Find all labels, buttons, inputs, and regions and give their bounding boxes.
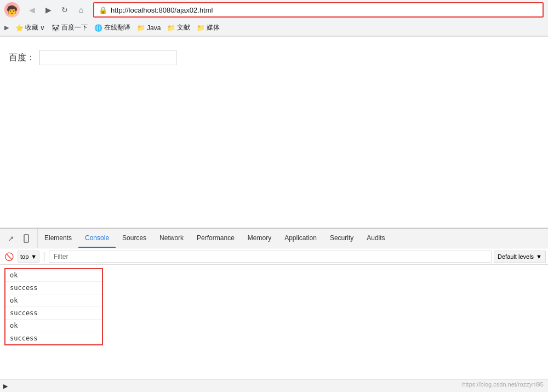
divider: |: [43, 251, 45, 262]
tab-network[interactable]: Network: [153, 229, 190, 248]
context-selector[interactable]: top ▼: [18, 251, 39, 263]
tab-application[interactable]: Application: [278, 229, 323, 248]
ssl-icon: 🔒: [99, 6, 107, 14]
bookmark-favorites[interactable]: ⭐ 收藏 ∨: [15, 23, 45, 32]
mobile-tool-button[interactable]: [20, 232, 33, 245]
console-prompt-icon: ▶: [3, 383, 8, 390]
url-text: http://localhost:8080/ajax02.html: [111, 6, 213, 14]
tab-elements[interactable]: Elements: [38, 229, 78, 248]
clear-console-button[interactable]: 🚫: [2, 250, 15, 263]
dropdown-arrow-icon: ▼: [31, 253, 37, 260]
tab-performance[interactable]: Performance: [190, 229, 241, 248]
bookmark-wenxian[interactable]: 📁 文献: [167, 23, 190, 32]
cursor-tool-button[interactable]: ↗: [4, 232, 18, 245]
console-line-4: success: [5, 307, 102, 320]
forward-button[interactable]: ▶: [41, 2, 56, 18]
tab-console[interactable]: Console: [78, 229, 116, 248]
address-bar[interactable]: 🔒 http://localhost:8080/ajax02.html: [93, 2, 544, 18]
tab-security[interactable]: Security: [323, 229, 360, 248]
baidu-label: 百度：: [9, 52, 35, 64]
console-log-area: ok success ok success ok success: [4, 268, 103, 345]
tab-sources[interactable]: Sources: [116, 229, 153, 248]
console-output: ok success ok success ok success: [0, 265, 548, 379]
bookmark-translate[interactable]: 🌐 在线翻译: [94, 23, 130, 32]
bookmarks-bar: ▶ ⭐ 收藏 ∨ 🐼 百度一下 🌐 在线翻译 📁 Java 📁 文献 📁 媒体: [0, 20, 548, 36]
bookmark-java[interactable]: 📁 Java: [137, 24, 161, 32]
console-filter-input[interactable]: [49, 251, 492, 263]
console-line-5: ok: [5, 320, 102, 332]
watermark: https://blog.csdn.net/rozzyni95: [462, 381, 544, 388]
devtools-toolbar: ↗ Elements Console Sources Network: [0, 229, 548, 248]
baidu-search-input[interactable]: [39, 50, 176, 65]
console-line-2: success: [5, 282, 102, 294]
console-toolbar: 🚫 top ▼ | Default levels ▼: [0, 248, 548, 265]
log-levels-selector[interactable]: Default levels ▼: [494, 251, 546, 263]
page-content: 百度：: [0, 37, 548, 228]
svg-point-1: [26, 240, 27, 241]
nav-buttons: ◀ ▶ ↻ ⌂: [24, 2, 89, 18]
home-button[interactable]: ⌂: [73, 2, 89, 18]
address-bar-container: 🔒 http://localhost:8080/ajax02.html: [93, 2, 544, 18]
title-bar: 🧒 ◀ ▶ ↻ ⌂ 🔒 http://localhost:8080/ajax02…: [0, 0, 548, 20]
console-line-3: ok: [5, 294, 102, 307]
devtools-tabs: Elements Console Sources Network Perform…: [38, 229, 548, 248]
devtools-icon-group: ↗: [0, 229, 38, 248]
levels-dropdown-arrow-icon: ▼: [536, 253, 542, 260]
console-line-1: ok: [5, 269, 102, 282]
tab-audits[interactable]: Audits: [360, 229, 391, 248]
expand-button[interactable]: ▶: [4, 24, 9, 31]
devtools-panel: ↗ Elements Console Sources Network: [0, 228, 548, 392]
tab-memory[interactable]: Memory: [241, 229, 278, 248]
baidu-search: 百度：: [9, 50, 539, 65]
bookmark-media[interactable]: 📁 媒体: [197, 23, 220, 32]
refresh-button[interactable]: ↻: [57, 2, 72, 18]
bookmark-baidu[interactable]: 🐼 百度一下: [52, 23, 88, 32]
back-button[interactable]: ◀: [24, 2, 39, 18]
avatar: 🧒: [4, 2, 20, 18]
console-line-6: success: [5, 332, 102, 344]
